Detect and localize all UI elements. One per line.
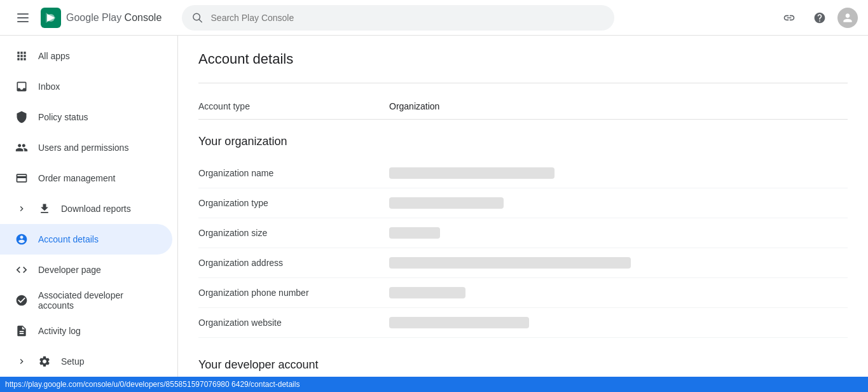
svg-rect-1 <box>17 17 29 18</box>
org-website-label: Organization website <box>198 318 389 328</box>
blurred-org-website <box>389 317 529 328</box>
svg-rect-2 <box>17 21 29 22</box>
sidebar-item-users-permissions[interactable]: Users and permissions <box>0 132 172 163</box>
top-bar: Google Play Console <box>0 0 868 36</box>
blurred-org-phone <box>389 287 465 298</box>
org-website-row: Organization website <box>198 308 848 338</box>
account-type-label: Account type <box>198 101 389 111</box>
expand-icon <box>15 355 28 368</box>
sidebar-label: All apps <box>38 51 70 61</box>
blurred-org-type <box>389 197 504 209</box>
search-icon <box>192 12 203 24</box>
sidebar-item-inbox[interactable]: Inbox <box>0 71 172 102</box>
org-fields-table: Organization name Organization type <box>198 158 848 338</box>
developer-account-title: Your developer account <box>198 358 848 372</box>
logo-text: Google Play Console <box>66 12 162 24</box>
org-size-value <box>389 227 440 239</box>
sidebar-item-developer-page[interactable]: Developer page <box>0 255 172 285</box>
sidebar-item-download-reports[interactable]: Download reports <box>0 193 172 224</box>
search-bar <box>182 5 614 31</box>
menu-button[interactable] <box>10 5 36 31</box>
status-bar: https://play.google.com/console/u/0/deve… <box>0 377 868 392</box>
svg-line-6 <box>199 19 202 22</box>
activity-icon <box>15 325 28 337</box>
shield-icon <box>15 111 28 123</box>
top-bar-actions <box>776 5 858 31</box>
sidebar-item-associated-accounts[interactable]: Associated developer accounts <box>0 285 172 316</box>
org-address-row: Organization address <box>198 248 848 278</box>
sidebar-label: Account details <box>38 234 99 244</box>
sidebar-label: Policy status <box>38 112 88 122</box>
status-url: https://play.google.com/console/u/0/deve… <box>5 380 300 389</box>
org-website-value <box>389 317 529 328</box>
account-type-value: Organization <box>389 101 439 111</box>
inbox-icon <box>15 80 28 93</box>
sidebar-item-setup[interactable]: Setup <box>0 346 172 377</box>
credit-card-icon <box>15 172 28 185</box>
sidebar-label: Order management <box>38 173 115 183</box>
organization-title: Your organization <box>198 135 848 148</box>
account-type-row: Account type Organization <box>198 94 848 120</box>
sidebar-label: Developer page <box>38 265 101 275</box>
blurred-org-address <box>389 257 631 269</box>
avatar[interactable] <box>837 8 858 28</box>
blurred-org-name <box>389 167 555 179</box>
org-phone-label: Organization phone number <box>198 288 389 298</box>
org-size-label: Organization size <box>198 228 389 238</box>
sidebar-item-policy-status[interactable]: Policy status <box>0 102 172 132</box>
org-phone-row: Organization phone number <box>198 278 848 308</box>
org-name-row: Organization name <box>198 158 848 188</box>
expand-icon <box>15 202 28 215</box>
people-icon <box>15 141 28 154</box>
org-address-value <box>389 257 631 269</box>
main-layout: All apps Inbox Policy <box>0 36 868 377</box>
developer-icon <box>15 263 28 276</box>
page-title: Account details <box>198 51 848 67</box>
logo-icon <box>41 8 61 28</box>
sidebar: All apps Inbox Policy <box>0 36 178 377</box>
sidebar-label: Users and permissions <box>38 143 128 153</box>
download-icon <box>38 202 51 215</box>
sidebar-item-all-apps[interactable]: All apps <box>0 41 172 71</box>
sidebar-label: Associated developer accounts <box>38 290 157 311</box>
org-address-label: Organization address <box>198 258 389 268</box>
developer-account-section: Your developer account Developer account… <box>198 358 848 377</box>
org-phone-value <box>389 287 465 298</box>
account-icon <box>15 233 28 246</box>
link-accounts-icon <box>15 294 28 307</box>
sidebar-item-activity-log[interactable]: Activity log <box>0 316 172 346</box>
sidebar-item-account-details[interactable]: Account details <box>0 224 172 255</box>
sidebar-label: Inbox <box>38 81 60 92</box>
help-button[interactable] <box>807 5 832 31</box>
settings-icon <box>38 355 51 368</box>
sidebar-label: Setup <box>61 356 85 367</box>
sidebar-label: Activity log <box>38 326 81 336</box>
content-area: Account details Account type Organizatio… <box>178 36 868 377</box>
org-size-row: Organization size <box>198 218 848 248</box>
sidebar-label: Download reports <box>61 204 131 214</box>
logo[interactable]: Google Play Console <box>41 8 162 28</box>
org-type-label: Organization type <box>198 198 389 208</box>
blurred-org-size <box>389 227 440 239</box>
grid-icon <box>15 50 28 62</box>
org-type-row: Organization type <box>198 188 848 218</box>
org-name-label: Organization name <box>198 168 389 178</box>
svg-rect-0 <box>17 13 29 15</box>
link-button[interactable] <box>776 5 802 31</box>
sidebar-item-order-management[interactable]: Order management <box>0 163 172 193</box>
org-type-value <box>389 197 504 209</box>
search-input[interactable] <box>211 13 605 23</box>
org-name-value <box>389 167 555 179</box>
organization-section: Your organization Organization name Orga… <box>198 135 848 338</box>
